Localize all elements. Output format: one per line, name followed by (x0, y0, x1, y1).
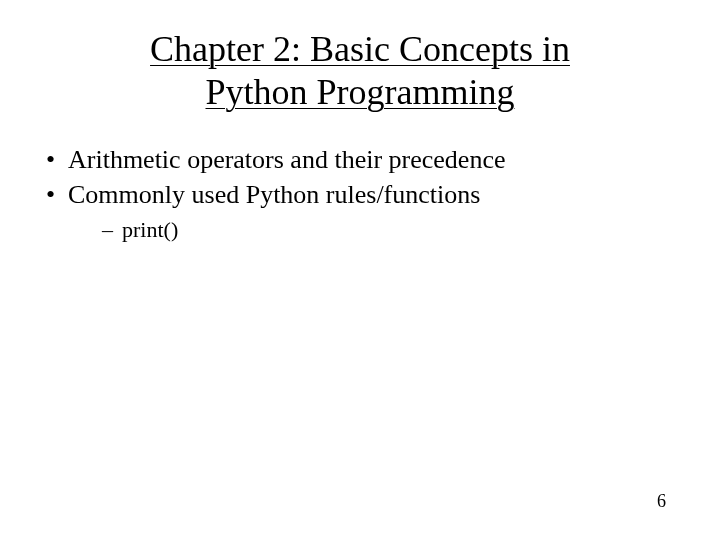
sub-bullet-text: print() (122, 217, 178, 242)
title-line-2: Python Programming (205, 72, 514, 112)
page-number: 6 (657, 491, 666, 512)
bullet-list: Arithmetic operators and their precedenc… (40, 142, 680, 245)
list-item: Commonly used Python rules/functions pri… (40, 177, 680, 245)
sub-list-item: print() (68, 215, 680, 246)
sub-list: print() (68, 215, 680, 246)
slide: Chapter 2: Basic Concepts in Python Prog… (0, 0, 720, 540)
bullet-text: Arithmetic operators and their precedenc… (68, 145, 505, 174)
slide-title: Chapter 2: Basic Concepts in Python Prog… (40, 28, 680, 114)
title-line-1: Chapter 2: Basic Concepts in (150, 29, 570, 69)
list-item: Arithmetic operators and their precedenc… (40, 142, 680, 177)
bullet-text: Commonly used Python rules/functions (68, 180, 480, 209)
